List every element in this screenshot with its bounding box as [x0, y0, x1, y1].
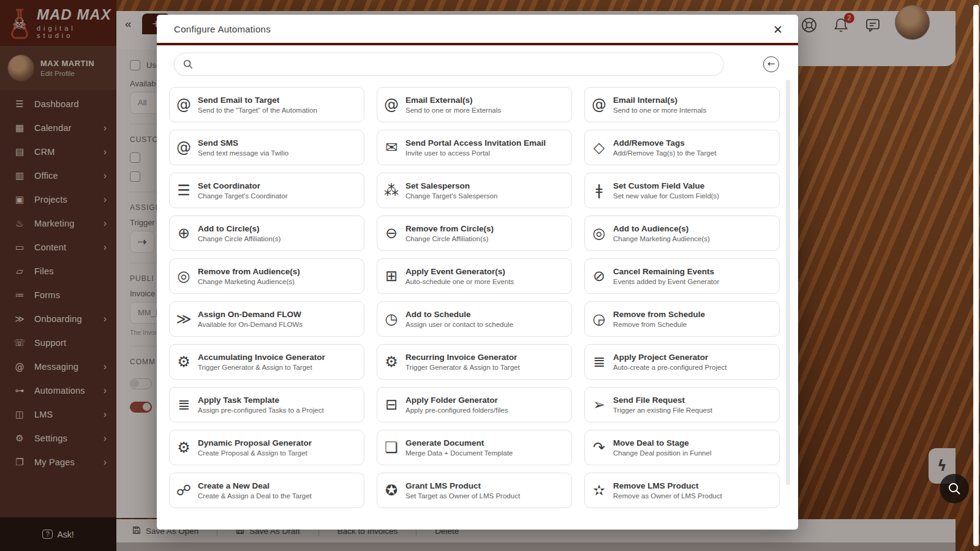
card-text: Add to Audience(s)Change Marketing Audie…: [613, 224, 710, 242]
automation-card[interactable]: ≣Apply Task TemplateAssign pre-configure…: [169, 387, 364, 422]
card-text: Remove LMS ProductRemove as Owner of LMS…: [613, 481, 722, 500]
modal-scrollbar[interactable]: [786, 80, 790, 485]
automation-card[interactable]: ◎Add to Audience(s)Change Marketing Audi…: [584, 216, 780, 251]
card-title: Remove LMS Product: [613, 481, 722, 490]
card-description: Events added by Event Generator: [613, 278, 719, 285]
card-text: Create a New DealCreate & Assign a Deal …: [198, 481, 312, 500]
automation-card[interactable]: ➢Send File RequestTrigger an existing Fi…: [584, 387, 780, 422]
card-text: Generate DocumentMerge Data + Document T…: [405, 438, 513, 457]
automation-card[interactable]: ⊞Apply Event Generator(s)Auto-schedule o…: [377, 258, 572, 294]
card-description: Trigger Generator & Assign to Target: [198, 364, 325, 371]
automation-card[interactable]: @Send SMSSend text message via Twilio: [169, 130, 364, 165]
card-description: Change Circle Affiliation(s): [198, 235, 281, 242]
automation-card[interactable]: @Send Email to TargetSend to the "Target…: [169, 87, 364, 122]
card-title: Remove from Audience(s): [198, 267, 300, 276]
automation-card[interactable]: @Email Internal(s)Send to one or more In…: [584, 87, 780, 122]
card-text: Add to Circle(s)Change Circle Affiliatio…: [198, 224, 281, 242]
card-title: Recurring Invoice Generator: [405, 353, 520, 362]
page-scrollbar[interactable]: [973, 5, 979, 546]
card-text: Remove from Circle(s)Change Circle Affil…: [405, 224, 494, 242]
certificate-plus-icon: ✪: [377, 482, 405, 499]
back-button[interactable]: ←: [763, 56, 779, 72]
card-text: Send File RequestTrigger an existing Fil…: [613, 395, 712, 414]
card-text: Remove from ScheduleRemove from Schedule: [613, 310, 705, 328]
card-description: Set Target as Owner of LMS Product: [405, 492, 520, 500]
card-text: Send SMSSend text message via Twilio: [198, 138, 288, 157]
tag-icon: ◇: [585, 139, 613, 156]
card-description: Auto-schedule one or more Events: [405, 278, 514, 285]
automation-card[interactable]: ◎Remove from Audience(s)Change Marketing…: [169, 258, 364, 294]
card-title: Accumulating Invoice Generator: [198, 353, 325, 362]
automation-card[interactable]: ⊕Add to Circle(s)Change Circle Affiliati…: [169, 216, 364, 251]
card-description: Merge Data + Document Template: [405, 449, 513, 457]
card-description: Trigger an existing File Request: [613, 407, 712, 414]
automation-card[interactable]: @Email External(s)Send to one or more Ex…: [377, 87, 572, 122]
automation-card[interactable]: ✫Remove LMS ProductRemove as Owner of LM…: [584, 473, 780, 508]
automation-card[interactable]: ↷Move Deal to StageChange Deal position …: [584, 430, 780, 465]
card-description: Change Target's Salesperson: [405, 192, 497, 200]
modal-title: Configure Automations: [174, 24, 271, 34]
card-text: Apply Event Generator(s)Auto-schedule on…: [405, 267, 514, 285]
accent-divider: [157, 43, 798, 45]
certificate-minus-icon: ✫: [585, 482, 613, 499]
document-merge-icon: ❏: [377, 439, 405, 456]
card-description: Send to one or more Internals: [613, 107, 706, 114]
card-title: Set Coordinator: [198, 181, 287, 190]
automation-card[interactable]: ◇Add/Remove TagsAdd/Remove Tag(s) to the…: [584, 130, 780, 165]
automation-card[interactable]: ≫Assign On-Demand FLOWAvailable for On-D…: [169, 301, 364, 337]
automation-card[interactable]: ⊟Apply Folder GeneratorApply pre-configu…: [377, 387, 572, 422]
custom-field-icon: ǂ: [585, 182, 613, 199]
search-input[interactable]: [200, 54, 715, 75]
automation-card[interactable]: ✪Grant LMS ProductSet Target as Owner of…: [377, 473, 572, 508]
screen: ☠ MAD MAX digital studio MAX MARTIN Edit…: [0, 0, 980, 551]
card-text: Add/Remove TagsAdd/Remove Tag(s) to the …: [613, 138, 716, 157]
card-text: Set SalespersonChange Target's Salespers…: [405, 181, 497, 200]
automation-card[interactable]: ☍Create a New DealCreate & Assign a Deal…: [169, 473, 364, 508]
automation-card[interactable]: ⊘Cancel Remaining EventsEvents added by …: [584, 258, 780, 294]
automation-card[interactable]: ◶Remove from ScheduleRemove from Schedul…: [584, 301, 780, 337]
stage-arrow-icon: ↷: [585, 439, 613, 456]
automation-card[interactable]: ⊖Remove from Circle(s)Change Circle Affi…: [377, 216, 572, 251]
card-text: Assign On-Demand FLOWAvailable for On-De…: [198, 310, 303, 328]
card-text: Accumulating Invoice GeneratorTrigger Ge…: [198, 353, 325, 371]
card-text: Recurring Invoice GeneratorTrigger Gener…: [405, 353, 520, 371]
automation-card[interactable]: ≣Apply Project GeneratorAuto-create a pr…: [584, 344, 780, 380]
gear-bolt-icon: ⚙: [170, 353, 198, 370]
card-title: Send SMS: [198, 138, 288, 148]
card-description: Remove from Schedule: [613, 321, 705, 328]
automation-card[interactable]: ☰Set CoordinatorChange Target's Coordina…: [169, 173, 364, 208]
gear-bolt-icon: ⚙: [170, 439, 198, 456]
automation-card[interactable]: ◷Add to ScheduleAssign user or contact t…: [377, 301, 572, 337]
card-title: Move Deal to Stage: [613, 438, 711, 448]
card-description: Create Proposal & Assign to Target: [198, 449, 312, 457]
card-description: Trigger Generator & Assign to Target: [405, 364, 520, 371]
automation-card[interactable]: ⚙Recurring Invoice GeneratorTrigger Gene…: [377, 344, 572, 380]
at-icon: @: [377, 96, 405, 113]
card-text: Dynamic Proposal GeneratorCreate Proposa…: [198, 438, 312, 457]
card-description: Create & Assign a Deal to the Target: [198, 492, 312, 500]
magnifier-fab[interactable]: [940, 474, 969, 503]
card-title: Add to Audience(s): [613, 224, 710, 233]
card-description: Add/Remove Tag(s) to the Target: [613, 149, 716, 157]
audience-target-icon: ◎: [170, 268, 198, 285]
automation-card[interactable]: ǂSet Custom Field ValueSet new value for…: [584, 173, 780, 208]
envelope-plus-icon: ✉: [377, 139, 405, 156]
card-text: Remove from Audience(s)Change Marketing …: [198, 267, 300, 285]
card-title: Set Custom Field Value: [613, 181, 719, 190]
automation-card[interactable]: ⁂Set SalespersonChange Target's Salesper…: [377, 173, 572, 208]
card-title: Remove from Circle(s): [405, 224, 494, 233]
checklist-icon: ≣: [170, 396, 198, 413]
card-description: Change Marketing Audience(s): [198, 278, 300, 285]
card-title: Apply Project Generator: [613, 353, 726, 362]
automation-card[interactable]: ⚙Accumulating Invoice GeneratorTrigger G…: [169, 344, 364, 380]
automation-card[interactable]: ❏Generate DocumentMerge Data + Document …: [377, 430, 572, 465]
card-description: Change Deal position in Funnel: [613, 449, 711, 457]
at-icon: @: [585, 96, 613, 113]
automation-card[interactable]: ⚙Dynamic Proposal GeneratorCreate Propos…: [169, 430, 364, 465]
card-description: Available for On-Demand FLOWs: [198, 321, 303, 328]
card-text: Set Custom Field ValueSet new value for …: [613, 181, 719, 200]
automation-card[interactable]: ✉Send Portal Access Invitation EmailInvi…: [377, 130, 572, 165]
configure-automations-modal: Configure Automations ✕ ← @Send Email to…: [157, 15, 798, 530]
card-description: Remove as Owner of LMS Product: [613, 492, 722, 500]
close-icon[interactable]: ✕: [770, 21, 786, 37]
